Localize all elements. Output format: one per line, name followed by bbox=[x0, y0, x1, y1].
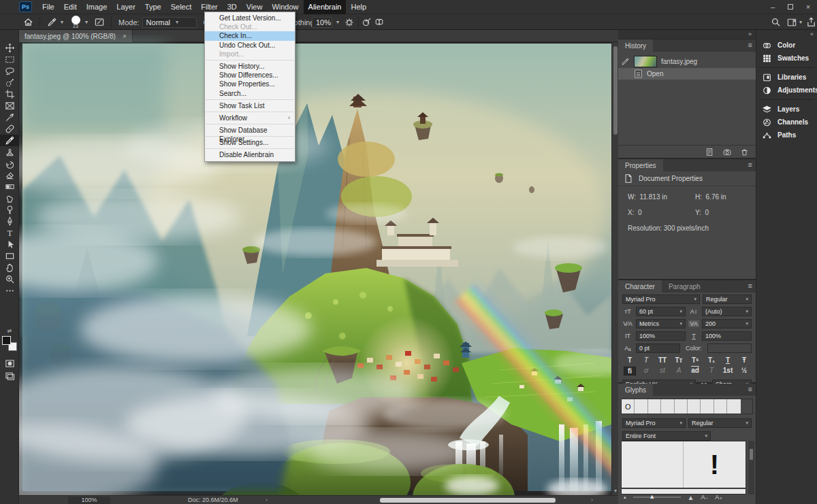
discretionary-ligatures-button[interactable]: st bbox=[656, 367, 669, 375]
canvas-image[interactable] bbox=[22, 44, 611, 491]
dodge-tool[interactable] bbox=[0, 204, 19, 216]
dock-collapse-icon[interactable]: « bbox=[756, 30, 817, 39]
font-style-select[interactable]: Regular▾ bbox=[703, 295, 752, 304]
history-brush-tool[interactable] bbox=[0, 158, 19, 169]
ligatures-button[interactable]: fi bbox=[624, 367, 636, 375]
underline-button[interactable]: T bbox=[722, 356, 734, 364]
pen-tool[interactable] bbox=[0, 216, 19, 227]
tab-paragraph[interactable]: Paragraph bbox=[662, 280, 707, 292]
status-chevron-icon[interactable]: › bbox=[591, 497, 593, 504]
glyphs-scrollbar[interactable] bbox=[748, 441, 754, 494]
kerning-select[interactable]: Metrics▾ bbox=[636, 319, 686, 329]
eraser-tool[interactable] bbox=[0, 169, 19, 181]
menu-item-show-differences[interactable]: Show Differences... bbox=[205, 71, 295, 80]
text-color-swatch[interactable] bbox=[707, 343, 752, 353]
hand-tool[interactable] bbox=[0, 262, 19, 273]
font-size-select[interactable]: 60 pt▾ bbox=[636, 307, 686, 316]
minimize-button[interactable]: – bbox=[764, 0, 782, 14]
glyph-scale-up-icon[interactable]: A₊ bbox=[715, 494, 722, 501]
zoom-tool[interactable] bbox=[0, 273, 19, 285]
healing-brush-tool[interactable] bbox=[0, 123, 19, 135]
new-snapshot-icon[interactable] bbox=[722, 148, 732, 156]
type-tool[interactable]: T bbox=[0, 227, 19, 239]
edit-toolbar-button[interactable] bbox=[0, 285, 19, 297]
chevron-down-icon[interactable]: ▾ bbox=[799, 19, 802, 25]
shape-tool[interactable] bbox=[0, 250, 19, 262]
menu-item-show-history[interactable]: Show History... bbox=[205, 62, 295, 71]
faux-bold-button[interactable]: T bbox=[624, 356, 636, 364]
recent-glyph-cell[interactable] bbox=[727, 399, 740, 414]
smoothing-gear-icon[interactable] bbox=[342, 16, 357, 29]
tab-history[interactable]: History bbox=[618, 39, 653, 52]
ornaments-button[interactable]: T bbox=[705, 367, 718, 375]
workspace-icon[interactable] bbox=[784, 16, 799, 29]
menu-item-get-latest-version[interactable]: Get Latest Version... bbox=[205, 14, 295, 22]
vertical-scrollbar[interactable]: ▾ bbox=[611, 42, 618, 495]
toggle-brush-panel-icon[interactable] bbox=[92, 16, 107, 29]
gradient-tool[interactable] bbox=[0, 181, 19, 192]
glyph-scale-down-icon[interactable]: A₋ bbox=[701, 494, 708, 501]
dock-item-libraries[interactable]: Libraries bbox=[756, 71, 817, 84]
tab-properties[interactable]: Properties bbox=[618, 159, 663, 171]
menu-item-show-settings[interactable]: Show Settings... bbox=[205, 138, 295, 147]
swash-button[interactable]: ơ bbox=[640, 367, 652, 375]
ordinals-button[interactable]: 1st bbox=[722, 367, 734, 375]
recent-glyph-cell[interactable] bbox=[701, 399, 714, 414]
quick-mask-button[interactable] bbox=[0, 358, 19, 369]
menu-item-show-task-list[interactable]: Show Task List bbox=[205, 101, 295, 110]
new-document-from-state-icon[interactable] bbox=[705, 148, 714, 156]
foreground-color-swatch[interactable] bbox=[2, 336, 11, 345]
glyphs-scope-select[interactable]: Entire Font▾ bbox=[622, 431, 711, 441]
close-button[interactable]: × bbox=[799, 0, 817, 14]
brush-preset-icon[interactable] bbox=[44, 16, 59, 29]
recent-glyph-cell[interactable]: O bbox=[622, 399, 635, 414]
brush-size-preview[interactable]: 23 bbox=[67, 16, 84, 29]
recent-glyph-cell[interactable] bbox=[714, 399, 727, 414]
small-caps-button[interactable]: Tᴛ bbox=[673, 356, 685, 364]
leading-select[interactable]: (Auto)▾ bbox=[702, 307, 752, 316]
lasso-tool[interactable] bbox=[0, 65, 19, 77]
foreground-background-colors[interactable] bbox=[2, 336, 17, 351]
menu-item-workflow[interactable]: Workflow › bbox=[205, 114, 295, 122]
menu-file[interactable]: File bbox=[37, 0, 59, 14]
menu-item-search[interactable]: Search... bbox=[205, 89, 295, 98]
subscript-button[interactable]: T₁ bbox=[705, 356, 718, 364]
smoothing-field[interactable]: 10% bbox=[312, 17, 332, 28]
delete-state-icon[interactable] bbox=[740, 148, 749, 156]
quick-select-tool[interactable] bbox=[0, 77, 19, 88]
menu-image[interactable]: Image bbox=[82, 0, 112, 14]
menu-item-show-properties[interactable]: Show Properties... bbox=[205, 80, 295, 88]
glyphs-style-select[interactable]: Regular▾ bbox=[688, 418, 752, 428]
recent-glyph-cell[interactable] bbox=[675, 399, 688, 414]
vertical-scroll-thumb[interactable] bbox=[613, 46, 618, 135]
home-icon[interactable] bbox=[20, 16, 35, 29]
move-tool[interactable] bbox=[0, 42, 19, 54]
chevron-down-icon[interactable]: ▾ bbox=[85, 19, 88, 25]
path-select-tool[interactable] bbox=[0, 239, 19, 250]
dock-item-swatches[interactable]: Swatches bbox=[756, 52, 817, 65]
paint-symmetry-icon[interactable] bbox=[372, 16, 387, 29]
dock-item-color[interactable]: Color bbox=[756, 39, 817, 52]
chevron-down-icon[interactable]: ▾ bbox=[336, 19, 339, 25]
smudge-tool[interactable] bbox=[0, 192, 19, 204]
history-state-row[interactable]: Open bbox=[618, 68, 756, 80]
tab-character[interactable]: Character bbox=[618, 280, 662, 292]
dock-item-channels[interactable]: Channels bbox=[756, 116, 817, 129]
eyedropper-tool[interactable] bbox=[0, 112, 19, 123]
menu-edit[interactable]: Edit bbox=[59, 0, 82, 14]
recent-glyph-cell[interactable] bbox=[688, 399, 701, 414]
tracking-select[interactable]: 200▾ bbox=[702, 319, 752, 329]
dock-item-layers[interactable]: Layers bbox=[756, 103, 817, 116]
menu-item-show-database-explorer[interactable]: Show Database Explorer... bbox=[205, 126, 295, 135]
baseline-shift-field[interactable]: 0 pt bbox=[636, 343, 680, 353]
faux-italic-button[interactable]: T bbox=[640, 356, 652, 364]
menu-item-check-in[interactable]: Check In... bbox=[205, 31, 295, 40]
chevron-down-icon[interactable]: ▾ bbox=[61, 19, 63, 25]
clone-stamp-tool[interactable] bbox=[0, 146, 19, 158]
status-expand-icon[interactable]: › bbox=[266, 497, 268, 504]
menu-item-undo-check-out[interactable]: Undo Check Out... bbox=[205, 41, 295, 50]
menu-type[interactable]: Type bbox=[140, 0, 166, 14]
menu-alienbrain[interactable]: Alienbrain bbox=[304, 0, 347, 14]
menu-help[interactable]: Help bbox=[346, 0, 371, 14]
maximize-button[interactable] bbox=[782, 0, 799, 14]
